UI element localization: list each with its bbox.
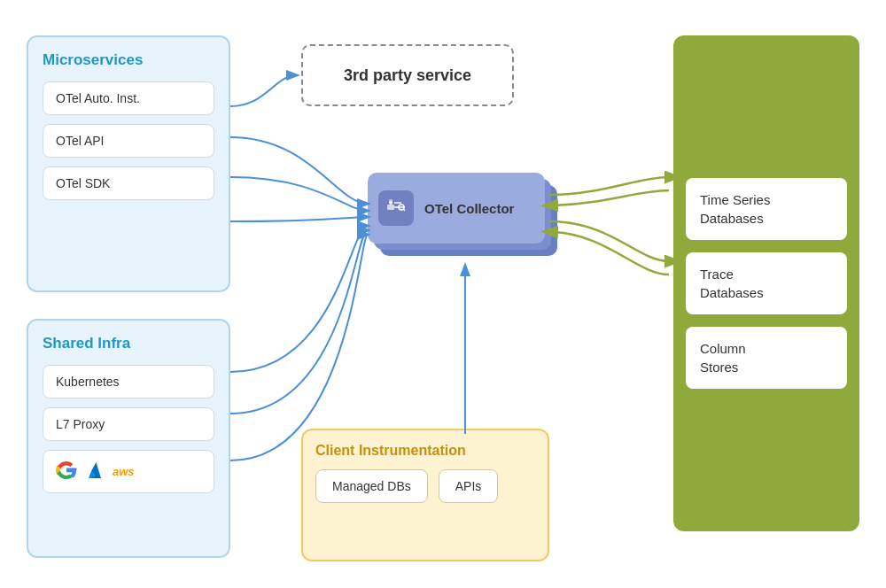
collector-label: OTel Collector [424,201,514,216]
third-party-box: 3rd party service [301,44,514,106]
service-box-kubernetes: Kubernetes [43,365,214,398]
client-boxes: Managed DBs APIs [315,469,535,503]
db-box-timeseries: Time SeriesDatabases [686,178,847,240]
otel-collector: OTel Collector [368,173,563,261]
gcp-icon [56,460,77,484]
service-box-cloud: aws [43,450,214,493]
client-instrumentation-panel: Client Instrumentation Managed DBs APIs [301,429,549,561]
databases-panel: Time SeriesDatabases TraceDatabases Colu… [673,35,859,531]
service-box-otel-sdk: OTel SDK [43,166,214,200]
sharedinfra-title: Shared Infra [43,335,214,352]
sharedinfra-panel: Shared Infra Kubernetes L7 Proxy [27,319,230,558]
microservices-panel: Microservices OTel Auto. Inst. OTel API … [27,35,230,292]
client-instrumentation-title: Client Instrumentation [315,443,535,459]
diagram-container: Microservices OTel Auto. Inst. OTel API … [0,0,886,588]
collector-main: OTel Collector [368,173,545,244]
service-box-l7proxy: L7 Proxy [43,407,214,441]
collector-icon [378,190,414,226]
svg-line-6 [403,209,405,211]
client-box-apis: APIs [439,469,499,503]
microservices-title: Microservices [43,51,214,69]
azure-icon [84,460,105,484]
db-box-trace: TraceDatabases [686,252,847,314]
svg-point-2 [389,201,392,205]
db-box-column: ColumnStores [686,327,847,389]
service-box-otel-api: OTel API [43,124,214,158]
svg-rect-0 [387,205,394,210]
client-box-managed-dbs: Managed DBs [315,469,428,503]
service-box-otel-auto: OTel Auto. Inst. [43,81,214,115]
aws-label: aws [113,465,135,478]
